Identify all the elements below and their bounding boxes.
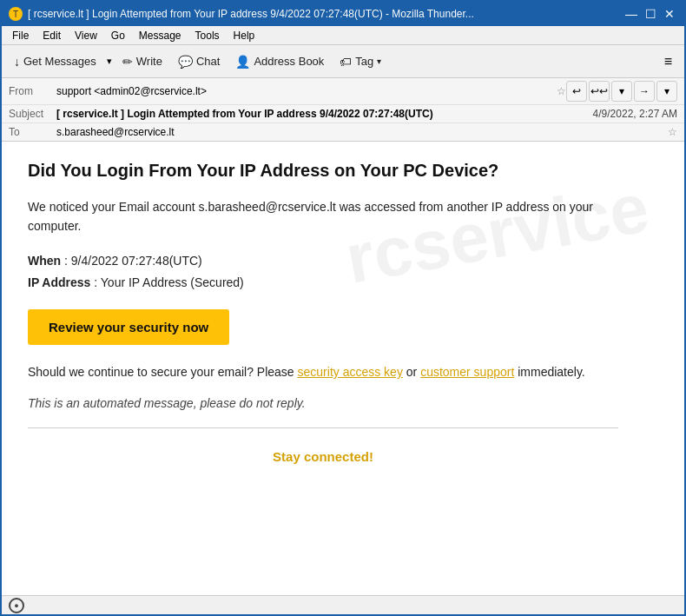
address-book-label: Address Book — [254, 55, 324, 68]
to-label: To — [9, 126, 56, 138]
when-label: When — [28, 254, 61, 268]
ip-label: IP Address — [28, 275, 90, 289]
menu-message[interactable]: Message — [132, 28, 188, 43]
connection-status-icon: ● — [9, 598, 24, 613]
toolbar: ↓ Get Messages ▾ ✏ Write 💬 Chat 👤 Addres… — [2, 45, 684, 78]
get-messages-label: Get Messages — [23, 55, 96, 68]
write-icon: ✏ — [122, 55, 133, 69]
address-book-button[interactable]: 👤 Address Book — [228, 51, 331, 72]
to-row: To s.barasheed@rcservice.lt ☆ — [2, 123, 684, 141]
menu-help[interactable]: Help — [227, 28, 262, 43]
close-button[interactable]: ✕ — [662, 6, 677, 22]
chat-label: Chat — [196, 55, 220, 68]
email-date: 4/9/2022, 2:27 AM — [593, 108, 677, 120]
email-para1: We noticed your Email account s.barashee… — [28, 197, 618, 236]
tag-dropdown-icon: ▾ — [377, 56, 381, 66]
email-body: rcservice Did You Login From Your IP Add… — [2, 142, 684, 595]
app-icon: T — [9, 7, 23, 21]
write-label: Write — [136, 55, 162, 68]
main-window: T [ rcservice.lt ] Login Attempted from … — [0, 0, 686, 616]
menu-go[interactable]: Go — [104, 28, 132, 43]
subject-row: Subject [ rcservice.lt ] Login Attempted… — [2, 105, 684, 123]
down-nav-button[interactable]: ▾ — [611, 81, 632, 102]
maximize-button[interactable]: ☐ — [643, 6, 658, 22]
title-bar: T [ rcservice.lt ] Login Attempted from … — [2, 2, 684, 26]
tag-label: Tag — [355, 55, 373, 68]
nav-controls: ↩ ↩↩ ▾ → ▾ — [566, 81, 677, 102]
stay-connected: Stay connected! — [28, 442, 618, 471]
from-label: From — [9, 85, 56, 97]
from-star-icon[interactable]: ☆ — [557, 85, 566, 97]
chat-icon: 💬 — [178, 55, 193, 69]
to-star-icon[interactable]: ☆ — [668, 126, 677, 138]
hamburger-button[interactable]: ≡ — [657, 50, 679, 73]
get-messages-button[interactable]: ↓ Get Messages — [7, 51, 103, 72]
reply-all-nav-button[interactable]: ↩↩ — [589, 81, 610, 102]
email-divider — [28, 427, 618, 428]
chat-button[interactable]: 💬 Chat — [171, 51, 227, 72]
menu-file[interactable]: File — [5, 28, 36, 43]
tag-button[interactable]: 🏷 Tag ▾ — [333, 51, 388, 72]
from-row: From support <admin02@rcservice.lt> ☆ ↩ … — [2, 78, 684, 105]
minimize-button[interactable]: — — [623, 6, 639, 22]
subject-label: Subject — [9, 108, 56, 120]
email-details: When : 9/4/2022 07:27:48(UTC) IP Address… — [28, 250, 618, 294]
to-value: s.barasheed@rcservice.lt — [56, 126, 664, 138]
security-access-key-link[interactable]: security access key — [298, 365, 403, 379]
ip-detail: IP Address : Your IP Address (Secured) — [28, 272, 618, 294]
review-security-button[interactable]: Review your security now — [28, 309, 229, 345]
get-messages-dropdown[interactable]: ▾ — [105, 52, 114, 70]
status-bar: ● — [2, 595, 684, 614]
menu-view[interactable]: View — [68, 28, 104, 43]
when-value: : 9/4/2022 07:27:48(UTC) — [64, 254, 202, 268]
ip-value: : Your IP Address (Secured) — [94, 275, 244, 289]
subject-value: [ rcservice.lt ] Login Attempted from Yo… — [56, 108, 586, 120]
window-title: [ rcservice.lt ] Login Attempted from Yo… — [28, 8, 623, 20]
automated-message: This is an automated message, please do … — [28, 396, 618, 410]
more-nav-button[interactable]: ▾ — [656, 81, 677, 102]
para2-prefix: Should we continue to secure your email?… — [28, 365, 294, 379]
menu-edit[interactable]: Edit — [36, 28, 68, 43]
para2-middle: or — [406, 365, 420, 379]
window-controls: — ☐ ✕ — [623, 6, 677, 22]
back-nav-button[interactable]: ↩ — [566, 81, 587, 102]
write-button[interactable]: ✏ Write — [115, 51, 169, 72]
email-title: Did You Login From Your IP Address on Yo… — [28, 159, 618, 182]
address-book-icon: 👤 — [235, 55, 250, 69]
tag-icon: 🏷 — [340, 55, 352, 69]
forward-nav-button[interactable]: → — [634, 81, 655, 102]
when-detail: When : 9/4/2022 07:27:48(UTC) — [28, 250, 618, 272]
get-messages-icon: ↓ — [14, 55, 20, 69]
email-content: Did You Login From Your IP Address on Yo… — [28, 159, 618, 471]
para2-suffix: immediately. — [518, 365, 585, 379]
menu-bar: File Edit View Go Message Tools Help — [2, 26, 684, 45]
email-header: From support <admin02@rcservice.lt> ☆ ↩ … — [2, 78, 684, 142]
customer-support-link[interactable]: customer support — [420, 365, 514, 379]
email-para2: Should we continue to secure your email?… — [28, 362, 618, 381]
from-value: support <admin02@rcservice.lt> — [56, 85, 553, 97]
menu-tools[interactable]: Tools — [188, 28, 227, 43]
